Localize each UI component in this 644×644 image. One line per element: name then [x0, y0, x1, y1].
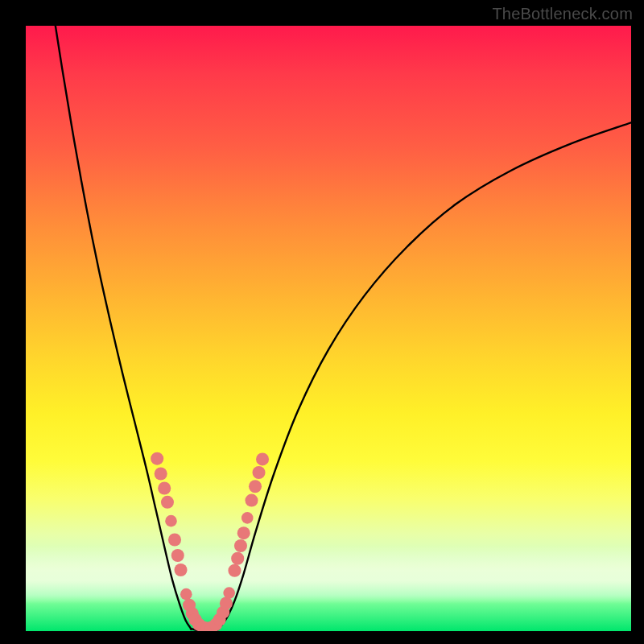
curve-marker: [174, 564, 187, 576]
curve-marker: [234, 539, 247, 552]
curve-marker: [180, 588, 192, 601]
curve-marker: [256, 452, 269, 465]
curve-marker: [252, 466, 265, 479]
curve-marker: [237, 526, 250, 539]
curve-marker: [231, 552, 244, 565]
curve-marker: [223, 587, 235, 599]
curve-marker: [158, 482, 171, 495]
bottleneck-curve: [56, 26, 631, 631]
curve-marker: [220, 597, 233, 609]
curve-marker: [171, 549, 184, 562]
curve-layer: [26, 26, 631, 631]
curve-marker: [249, 480, 262, 493]
curve-marker: [165, 515, 177, 527]
curve-marker: [155, 467, 167, 480]
attribution-text: TheBottleneck.com: [492, 5, 633, 23]
curve-marker: [242, 512, 254, 524]
plot-area: [26, 26, 631, 631]
chart-frame: TheBottleneck.com: [0, 0, 644, 644]
curve-markers: [151, 452, 269, 631]
curve-marker: [228, 564, 241, 577]
curve-marker: [168, 533, 181, 546]
curve-marker: [161, 496, 174, 509]
curve-marker: [245, 494, 258, 507]
curve-marker: [151, 452, 163, 465]
